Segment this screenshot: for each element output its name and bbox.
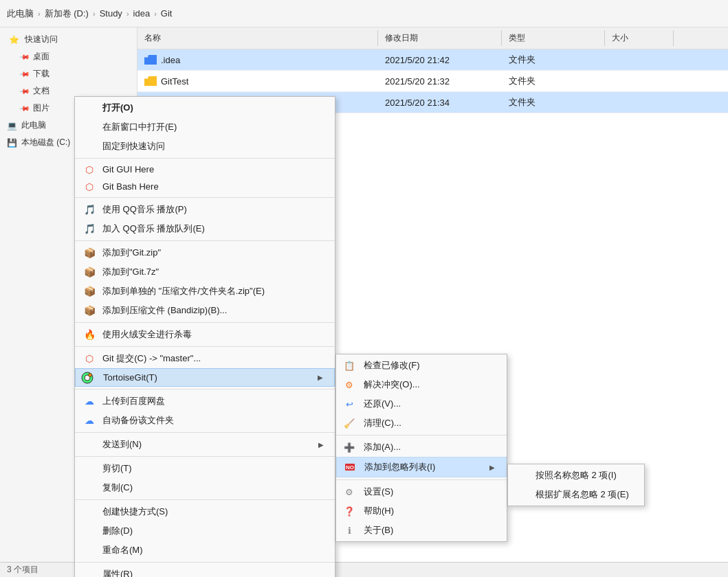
menu-item-properties[interactable]: 属性(R) [75,565,335,577]
antivirus-label: 使用火绒安全进行杀毒 [102,328,192,341]
table-row[interactable]: .idea 2021/5/20 21:42 文件夹 [137,49,728,71]
menu-item-pin-quick-access[interactable]: 固定到快速访问 [75,137,335,156]
ignore-by-ext-label: 根据扩展名忽略 2 项(E) [536,488,629,501]
menu-item-add-7z[interactable]: 📦 添加到"Git.7z" [75,262,335,282]
menu-item-baidu-upload[interactable]: ☁ 上传到百度网盘 [75,392,335,411]
check-modified-icon: 📋 [343,359,355,372]
menu-item-copy[interactable]: 复制(C) [75,478,335,497]
file-header: 名称 修改日期 类型 大小 [137,27,728,49]
menu-item-tortoisegit[interactable]: TortoiseGit(T) ▶ [75,368,335,387]
help-label: 帮助(H) [364,505,394,517]
breadcrumb-item-study[interactable]: Study [100,8,122,19]
menu-separator-3 [75,240,335,241]
file-size-cell [605,52,674,68]
properties-label: 属性(R) [102,568,133,577]
open-label: 打开(O) [102,102,133,114]
submenu-ignore: 按照名称忽略 2 项(I) 根据扩展名忽略 2 项(E) [507,464,645,506]
submenu-item-add[interactable]: ➕ 添加(A)... [336,438,507,457]
column-modified[interactable]: 修改日期 [378,30,502,46]
breadcrumb-item-drive[interactable]: 新加卷 (D:) [45,8,89,20]
folder-icon-yellow [144,76,157,86]
sidebar-item-download[interactable]: 📌 下载 [0,65,137,82]
menu-item-bandizip[interactable]: 📦 添加到压缩文件 (Bandizip)(B)... [75,301,335,320]
settings-label: 设置(S) [364,486,393,498]
add-7z-icon: 📦 [83,266,96,278]
cut-label: 剪切(T) [102,462,132,475]
submenu-item-about[interactable]: ℹ 关于(B) [336,521,507,540]
file-type-cell: 文件夹 [502,73,605,89]
menu-item-add-zip[interactable]: 📦 添加到"Git.zip" [75,243,335,262]
svg-point-2 [89,373,92,376]
address-bar: 此电脑 › 新加卷 (D:) › Study › idea › Git [0,0,728,27]
status-text: 3 个项目 [7,564,38,576]
add-ignore-label: 添加到忽略列表(I) [364,461,435,473]
copy-label: 复制(C) [102,482,133,494]
submenu-item-resolve-conflict[interactable]: ⚙ 解决冲突(O)... [336,375,507,394]
add-zip-icon: 📦 [83,247,96,259]
submenu-item-check-modified[interactable]: 📋 检查已修改(F) [336,356,507,375]
menu-item-git-gui[interactable]: ⬡ Git GUI Here [75,161,335,178]
bandizip-label: 添加到压缩文件 (Bandizip)(B)... [102,304,227,317]
menu-separator-10 [75,562,335,563]
folder-icon-blue [144,55,157,65]
menu-item-open-new-window[interactable]: 在新窗口中打开(E) [75,117,335,137]
menu-item-rename[interactable]: 重命名(M) [75,541,335,560]
settings-icon: ⚙ [343,486,355,498]
submenu-item-ignore-by-ext[interactable]: 根据扩展名忽略 2 项(E) [508,485,644,504]
submenu-item-revert[interactable]: ↩ 还原(V)... [336,394,507,414]
sidebar-item-desktop[interactable]: 📌 桌面 [0,48,137,65]
git-bash-icon: ⬡ [83,181,96,193]
submenu-item-ignore-by-name[interactable]: 按照名称忽略 2 项(I) [508,466,644,485]
menu-separator-5 [75,346,335,347]
rename-label: 重命名(M) [102,544,143,556]
column-name[interactable]: 名称 [137,30,378,46]
pin-icon: 📌 [19,85,30,96]
menu-separator-7 [75,432,335,433]
clean-label: 清理(C)... [364,417,401,429]
git-gui-icon: ⬡ [83,163,96,176]
file-name-cell: GitTest [137,73,378,89]
menu-item-send-to[interactable]: 发送到(N) ▶ [75,435,335,454]
send-to-label: 发送到(N) [102,438,142,451]
column-type[interactable]: 类型 [502,30,605,46]
submenu-item-clean[interactable]: 🧹 清理(C)... [336,414,507,433]
menu-item-qq-play[interactable]: 🎵 使用 QQ音乐 播放(P) [75,200,335,219]
breadcrumb-item-idea[interactable]: idea [133,8,151,19]
menu-item-create-shortcut[interactable]: 创建快捷方式(S) [75,502,335,521]
baidu-upload-icon: ☁ [83,395,96,407]
sidebar-item-quick-access[interactable]: ⭐ 快速访问 [0,31,137,48]
qq-add-label: 加入 QQ音乐 播放队列(E) [102,223,205,235]
menu-item-git-commit[interactable]: ⬡ Git 提交(C) -> "master"... [75,349,335,368]
submenu-item-add-ignore[interactable]: NO 添加到忽略列表(I) ▶ [336,457,507,477]
file-type-cell: 文件夹 [502,52,605,68]
menu-item-qq-add[interactable]: 🎵 加入 QQ音乐 播放队列(E) [75,219,335,238]
disk-icon: 💾 [7,138,17,148]
create-shortcut-label: 创建快捷方式(S) [102,506,168,518]
file-size-cell [605,94,674,111]
git-commit-label: Git 提交(C) -> "master"... [102,352,201,365]
antivirus-icon: 🔥 [83,328,96,341]
submenu-item-help[interactable]: ❓ 帮助(H) [336,501,507,521]
breadcrumb-item-pc[interactable]: 此电脑 [7,8,34,20]
menu-item-cut[interactable]: 剪切(T) [75,459,335,478]
revert-label: 还原(V)... [364,398,401,410]
file-modified-cell: 2021/5/20 21:34 [378,94,502,111]
file-size-cell [605,73,674,89]
open-new-window-label: 在新窗口中打开(E) [102,121,177,133]
table-row[interactable]: GitTest 2021/5/20 21:32 文件夹 [137,71,728,92]
file-modified-cell: 2021/5/20 21:42 [378,52,502,68]
breadcrumb: 此电脑 › 新加卷 (D:) › Study › idea › Git [7,8,172,20]
submenu-item-settings[interactable]: ⚙ 设置(S) [336,482,507,501]
menu-item-compress-zip[interactable]: 📦 添加到单独的 "压缩文件/文件夹名.zip"(E) [75,282,335,301]
breadcrumb-item-git[interactable]: Git [161,8,173,19]
svg-text:NO: NO [346,464,354,471]
menu-item-git-bash[interactable]: ⬡ Git Bash Here [75,178,335,195]
menu-item-antivirus[interactable]: 🔥 使用火绒安全进行杀毒 [75,325,335,344]
menu-item-auto-backup[interactable]: ☁ 自动备份该文件夹 [75,411,335,430]
menu-item-delete[interactable]: 删除(D) [75,521,335,541]
auto-backup-label: 自动备份该文件夹 [102,414,174,427]
menu-item-open[interactable]: 打开(O) [75,98,335,117]
delete-label: 删除(D) [102,525,133,537]
context-menu: 打开(O) 在新窗口中打开(E) 固定到快速访问 ⬡ Git GUI Here … [74,96,335,577]
column-size[interactable]: 大小 [605,30,674,46]
